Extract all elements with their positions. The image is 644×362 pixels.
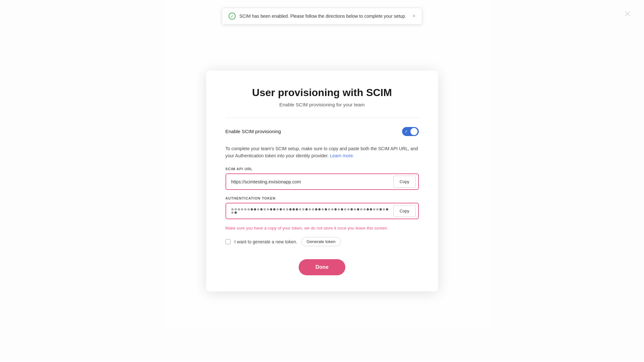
toast-check-icon: ✓ (228, 13, 235, 20)
scim-api-url-label: SCIM API URL (226, 167, 419, 171)
scim-api-url-copy-button[interactable]: Copy (393, 176, 415, 188)
toast-close-button[interactable]: × (413, 13, 416, 19)
divider (226, 118, 419, 118)
page-title: User provisioning with SCIM (226, 87, 419, 99)
dot (334, 208, 337, 210)
auth-token-field: Authentication token (226, 196, 419, 219)
dot (380, 208, 382, 210)
dot (235, 208, 237, 210)
dot (267, 208, 269, 210)
dot (273, 208, 275, 210)
toast-notification: ✓ SCIM has been enabled. Please follow t… (222, 8, 422, 24)
dot (312, 208, 314, 210)
dot (360, 208, 362, 210)
dot (247, 208, 250, 210)
dot (231, 211, 234, 214)
dot (264, 208, 266, 210)
dot (289, 208, 292, 210)
new-token-label: I want to generate a new token. (235, 239, 297, 244)
auth-token-label: Authentication token (226, 196, 419, 200)
dot (251, 208, 253, 210)
dot (373, 208, 375, 210)
toggle-row: Enable SCIM provisioning ✓ (226, 127, 419, 136)
scim-api-url-field: SCIM API URL Copy (226, 167, 419, 190)
dot (302, 208, 304, 210)
dot (370, 208, 372, 210)
dot (322, 208, 324, 210)
dot (347, 208, 350, 210)
dot (296, 208, 298, 210)
dot (299, 208, 301, 210)
dot (244, 208, 246, 210)
auth-token-dots (226, 204, 394, 218)
dot (280, 208, 282, 210)
modal: User provisioning with SCIM Enable SCIM … (206, 71, 438, 292)
description-text: To complete your team's SCIM setup, make… (226, 145, 419, 160)
dot (341, 208, 343, 210)
dot (383, 208, 385, 210)
dot (238, 208, 240, 210)
dot (235, 211, 237, 214)
dot (367, 208, 369, 210)
toast-message: SCIM has been enabled. Please follow the… (239, 14, 406, 19)
scim-toggle[interactable]: ✓ (402, 127, 419, 136)
dot (357, 208, 359, 210)
dot (241, 208, 243, 210)
dot (283, 208, 285, 210)
generate-token-button[interactable]: Generate token (301, 237, 341, 246)
scim-api-url-input[interactable] (226, 175, 394, 189)
dot (386, 208, 388, 210)
dot (231, 208, 234, 210)
dot (254, 208, 256, 210)
page-subtitle: Enable SCIM provisioning for your team (226, 102, 419, 107)
dot (328, 208, 330, 210)
dot (331, 208, 333, 210)
dot (318, 208, 321, 210)
auth-token-copy-button[interactable]: Copy (393, 205, 415, 217)
toggle-check-icon: ✓ (405, 129, 408, 134)
dot (325, 208, 327, 210)
dot (305, 208, 308, 210)
dot (286, 208, 288, 210)
auth-token-input-row: Copy (226, 203, 419, 219)
scim-api-url-input-row: Copy (226, 173, 419, 190)
dot (309, 208, 311, 210)
new-token-row: I want to generate a new token. Generate… (226, 237, 419, 246)
modal-overlay: User provisioning with SCIM Enable SCIM … (0, 0, 644, 362)
dot (315, 208, 317, 210)
dot (351, 208, 353, 210)
learn-more-link[interactable]: Learn more. (330, 153, 354, 158)
dot (344, 208, 346, 210)
dot (338, 208, 340, 210)
dot (257, 208, 259, 210)
done-button[interactable]: Done (299, 259, 345, 275)
dot (276, 208, 279, 210)
dot (363, 208, 366, 210)
dot (293, 208, 295, 210)
dot (260, 208, 263, 210)
description-before-link: To complete your team's SCIM setup, make… (226, 146, 418, 158)
dot (354, 208, 356, 210)
toggle-label: Enable SCIM provisioning (226, 129, 281, 134)
page-title-area: User provisioning with SCIM Enable SCIM … (226, 87, 419, 107)
dot (270, 208, 272, 210)
warning-text: Make sure you have a copy of your token,… (226, 226, 419, 230)
dot (376, 208, 379, 210)
toggle-slider: ✓ (402, 127, 419, 136)
new-token-checkbox[interactable] (226, 239, 231, 244)
done-container: Done (226, 259, 419, 275)
